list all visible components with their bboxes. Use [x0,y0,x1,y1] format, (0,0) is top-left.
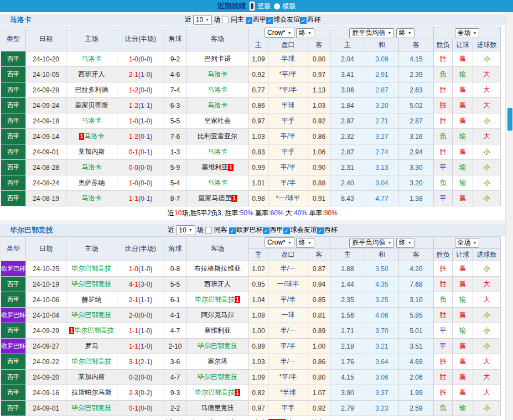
filter-bar: 近 10▼ 场 同客 ✓欧罗巴杯✓西甲✓球会友谊✓西杯 [0,224,505,236]
same-venue-checkbox[interactable] [205,227,212,234]
result-cell: 胜 [434,261,453,277]
away-team-cell: 毕尔巴鄂竞技1 [186,292,249,308]
away-team-name: 马洛卡 [208,179,227,186]
match-count-select[interactable]: 10▼ [193,15,212,25]
home-team-cell: 毕尔巴鄂竞技 [66,308,117,323]
odds-source-select[interactable]: Crow*▼ [265,28,294,38]
away-team-cell: 皇家社会 [186,113,249,129]
match-count-select[interactable]: 10▼ [176,225,195,235]
home-odds-cell: 1.00 [249,323,268,339]
handicap-result-cell: 输 [453,323,473,339]
league-checkbox[interactable]: ✓ [229,227,236,234]
away-odds-cell: 1.03 [308,98,330,113]
col-odds-away: 客 [308,39,330,51]
handicap-result-cell: 赢 [453,191,473,206]
goals-cell: 大 [473,354,501,370]
half-time-score: (3-0) [138,281,152,288]
league-checkbox[interactable]: ✓ [266,17,273,24]
col-type: 类型 [1,27,26,51]
avg-away-cell: 1.38 [399,191,434,206]
handicap-result-cell: 赢 [453,308,473,323]
avg-odds-select[interactable]: 胜平负均值▼ [349,238,394,248]
home-team-name: 毕尔巴鄂竞技 [72,357,112,365]
league-checkbox-label: 西杯 [324,226,338,234]
avg-final-select[interactable]: 终▼ [396,238,414,248]
league-checkbox[interactable]: ✓ [263,227,270,234]
scrollbar-thumb[interactable] [507,108,512,131]
summary-segment: 单率: [309,418,326,420]
horizontal-layout-radio[interactable] [274,3,280,9]
avg-odds-select[interactable]: 胜平负均值▼ [349,28,394,38]
away-team-cell: 西班牙人 [186,277,249,292]
date-cell: 24-09-24 [26,98,66,113]
home-team-cell: 皇家贝蒂斯 [66,98,117,113]
avg-away-cell: 2.87 [399,113,434,129]
same-venue-label: 同主 [231,15,244,24]
home-team-name: 西班牙人 [79,70,105,78]
odds-final-select[interactable]: 终▼ [296,238,314,248]
away-team-name: 马洛卡 [208,148,227,155]
scope-select[interactable]: 全场▼ [455,238,480,248]
result-cell: 负 [434,401,453,416]
date-cell: 24-09-22 [26,354,66,370]
league-checkbox[interactable]: ✓ [283,227,290,234]
summary-segment: 场,胜5平2负3, 胜率: [182,209,240,218]
home-team-cell: 1毕尔巴鄂竞技 [66,323,117,339]
home-team-cell: 马洛卡 [66,113,117,129]
full-time-score: 1-0 [129,265,138,273]
full-time-score: 1-2 [129,102,138,110]
odds-source-select[interactable]: Crow*▼ [265,237,294,247]
result-cell: 平 [434,160,453,175]
near-label: 近 [185,15,191,24]
league-cell: 西甲 [1,67,26,82]
avg-away-cell: 2.06 [399,370,434,385]
corners-cell: 0-8 [164,261,186,277]
col-odds-home: 主 [249,249,268,261]
date-cell: 24-09-14 [26,129,66,144]
vertical-layout-radio[interactable] [249,1,255,11]
page-title: 近期战绩 [217,1,246,11]
half-time-score: (1-1) [138,102,152,110]
home-team-name: 巴拉多利德 [75,86,108,94]
away-team-name: 塞尔塔 [208,357,227,365]
date-cell: 24-09-01 [26,401,66,416]
league-checkbox[interactable]: ✓ [246,17,252,24]
home-team-name: 皇家贝蒂斯 [75,101,108,109]
away-team-name: 马洛卡 [208,86,227,94]
summary-segment: 大: [286,418,296,420]
away-team-name: 皇家社会 [204,117,231,125]
result-cell: 负 [434,175,453,191]
chevron-down-icon: ▼ [473,31,477,35]
vertical-scrollbar[interactable] [505,12,513,420]
league-checkbox[interactable]: ✓ [317,227,324,234]
scope-select[interactable]: 全场▼ [455,28,480,38]
col-home: 主场 [66,27,117,51]
full-time-score: 2-1 [129,296,138,304]
col-away: 客场 [186,237,249,261]
avg-home-cell: 2.18 [330,339,365,354]
mallorca-summary: 近10场,胜5平2负3, 胜率:50% 赢率:60% 大:40% 单率:80% [0,206,505,220]
summary-segment: 50% [240,209,253,217]
chevron-down-icon: ▼ [308,241,312,245]
avg-home-cell: 2.79 [330,401,365,416]
half-time-score: (0-1) [138,148,152,156]
away-odds-cell: 1.07 [308,385,330,401]
avg-away-cell: 2.63 [399,82,434,98]
col-corners: 角球 [164,27,186,51]
home-team-name: 奥萨苏纳 [79,179,105,186]
corners-cell: 4-1 [164,308,186,323]
same-venue-checkbox[interactable] [222,17,229,23]
score-cell: 1-0(1-0) [117,261,164,277]
avg-away-cell: 5.85 [399,308,434,323]
avg-final-select[interactable]: 终▼ [396,28,414,38]
goals-cell: 小 [473,261,501,277]
league-checkbox-label: 西杯 [307,15,320,23]
away-odds-cell: 0.97 [308,67,330,82]
league-cell: 西甲 [1,323,26,339]
handicap-result-cell: 赢 [453,144,473,160]
home-odds-cell: 0.98 [249,191,268,206]
league-checkbox[interactable]: ✓ [300,17,307,24]
match-row: 西甲24-09-24皇家贝蒂斯1-2(1-1)6-3马洛卡0.86半球1.031… [1,98,501,113]
bilbao-results-table: 类型 日期 主场 比分(半场) 角球 客场 Crow*▼ 终▼ 胜平负均值▼ 终… [1,236,501,416]
odds-final-select[interactable]: 终▼ [296,28,314,38]
